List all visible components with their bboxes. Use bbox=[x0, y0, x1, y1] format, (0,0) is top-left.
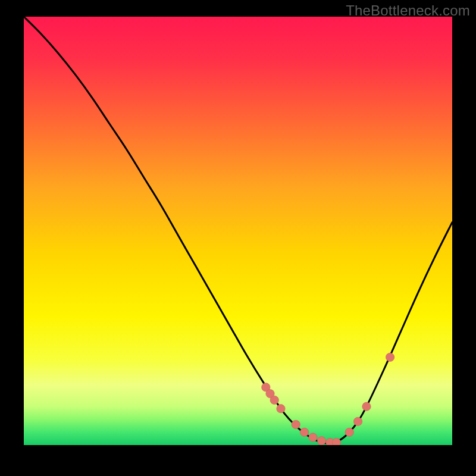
chart-svg bbox=[24, 17, 452, 445]
marker-point bbox=[386, 353, 394, 361]
marker-point bbox=[353, 417, 362, 425]
marker-point bbox=[270, 396, 278, 404]
gradient-background bbox=[24, 17, 452, 445]
plot-area bbox=[24, 17, 452, 445]
watermark-text: TheBottleneck.com bbox=[346, 2, 470, 19]
chart-frame: TheBottleneck.com bbox=[0, 0, 476, 476]
marker-point bbox=[292, 420, 300, 428]
marker-point bbox=[362, 402, 371, 411]
marker-point bbox=[317, 437, 325, 445]
marker-point bbox=[300, 428, 308, 436]
marker-point bbox=[277, 405, 285, 413]
marker-point bbox=[332, 438, 340, 445]
marker-point bbox=[309, 433, 317, 441]
marker-point bbox=[345, 428, 353, 436]
